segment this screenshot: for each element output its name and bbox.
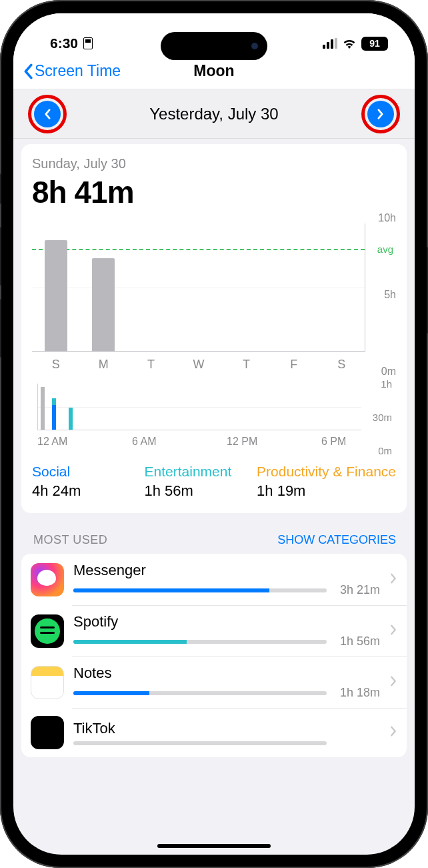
prev-day-button[interactable] xyxy=(34,101,61,127)
week-chart-ytick: 0m xyxy=(381,366,396,378)
hour-chart-bar[interactable] xyxy=(52,398,56,430)
hour-chart-xtick: 6 PM xyxy=(321,436,361,448)
chevron-right-icon xyxy=(389,624,397,638)
app-usage-bar xyxy=(73,588,327,592)
app-row[interactable]: Spotify1h 56m xyxy=(21,605,407,657)
most-used-app-list: Messenger3h 21mSpotify1h 56mNotes1h 18mT… xyxy=(21,554,407,757)
week-chart-xtick: F xyxy=(270,358,317,372)
app-icon xyxy=(31,666,64,699)
app-name: TikTok xyxy=(73,720,380,737)
hourly-usage-chart[interactable]: 12 AM6 AM12 PM6 PM 1h30m0m xyxy=(32,384,396,450)
summary-total: 8h 41m xyxy=(32,174,396,210)
app-icon xyxy=(31,614,64,648)
chevron-right-icon xyxy=(389,725,397,740)
most-used-label: MOST USED xyxy=(33,533,107,547)
week-chart-bar[interactable] xyxy=(92,258,115,352)
week-chart-ytick: 10h xyxy=(378,212,396,224)
show-categories-button[interactable]: SHOW CATEGORIES xyxy=(277,533,396,547)
week-chart-xtick: M xyxy=(79,358,127,372)
category-summary: Social4h 24mEntertainment1h 56mProductiv… xyxy=(32,464,396,500)
hour-chart-bar[interactable] xyxy=(41,387,45,430)
page-title: Moon xyxy=(193,62,234,80)
app-usage-bar xyxy=(73,741,327,745)
battery-indicator: 91 xyxy=(361,37,388,51)
app-time: 1h 56m xyxy=(337,634,380,648)
chevron-right-icon xyxy=(389,675,397,690)
chevron-right-icon xyxy=(389,572,397,587)
volume-up-button xyxy=(0,227,1,286)
week-chart-xtick: T xyxy=(223,358,270,372)
category-time: 4h 24m xyxy=(32,482,131,500)
hour-chart-bar[interactable] xyxy=(69,408,73,430)
dynamic-island xyxy=(161,32,267,60)
app-row[interactable]: TikTok xyxy=(21,708,407,757)
most-used-header: MOST USED SHOW CATEGORIES xyxy=(13,526,415,554)
app-icon xyxy=(31,716,64,749)
category-name: Productivity & Finance xyxy=(257,464,396,480)
app-time: 3h 21m xyxy=(337,583,380,597)
home-indicator[interactable] xyxy=(157,844,271,848)
annotation-highlight-prev xyxy=(28,95,67,133)
week-chart-xtick: S xyxy=(32,358,79,372)
screen: 6:30 91 Screen Time Moon xyxy=(13,13,415,855)
status-time: 6:30 xyxy=(50,35,78,51)
category-name: Social xyxy=(32,464,131,480)
back-button[interactable]: Screen Time xyxy=(23,62,121,80)
app-row[interactable]: Notes1h 18m xyxy=(21,657,407,708)
app-usage-bar xyxy=(73,640,327,644)
summary-date: Sunday, July 30 xyxy=(32,156,396,171)
app-usage-bar xyxy=(73,691,327,695)
date-selector: Yesterday, July 30 xyxy=(13,89,415,139)
chevron-left-icon xyxy=(23,63,33,79)
device-frame: 6:30 91 Screen Time Moon xyxy=(0,0,428,868)
app-row[interactable]: Messenger3h 21m xyxy=(21,554,407,605)
chevron-left-icon xyxy=(43,108,52,120)
chevron-right-icon xyxy=(376,108,385,120)
app-time: 1h 18m xyxy=(337,686,380,700)
hour-chart-xtick: 12 AM xyxy=(37,436,77,448)
volume-down-button xyxy=(0,299,1,358)
app-name: Messenger xyxy=(73,562,380,579)
back-label: Screen Time xyxy=(35,62,121,80)
next-day-button[interactable] xyxy=(367,101,394,127)
category-time: 1h 56m xyxy=(145,482,244,500)
week-usage-chart[interactable]: SMTWTFS 10h5h0mavg xyxy=(32,218,396,372)
wifi-icon xyxy=(343,39,356,49)
week-chart-xtick: W xyxy=(175,358,222,372)
category-name: Entertainment xyxy=(145,464,244,480)
week-chart-xtick: T xyxy=(127,358,175,372)
sim-icon xyxy=(83,37,93,49)
silent-switch xyxy=(0,173,1,204)
annotation-highlight-next xyxy=(361,95,400,133)
battery-percent: 91 xyxy=(369,38,380,49)
selected-date-label: Yesterday, July 30 xyxy=(149,105,278,123)
category-time: 1h 19m xyxy=(257,482,396,500)
hour-chart-ytick: 1h xyxy=(381,378,392,390)
week-chart-avg-label: avg xyxy=(377,244,393,255)
scroll-content[interactable]: Sunday, July 30 8h 41m SMTWTFS 10h5h0mav… xyxy=(13,139,415,855)
summary-card: Sunday, July 30 8h 41m SMTWTFS 10h5h0mav… xyxy=(21,144,407,513)
app-icon xyxy=(31,563,64,596)
category-item[interactable]: Social4h 24m xyxy=(32,464,131,500)
cellular-signal-icon xyxy=(323,38,337,49)
category-item[interactable]: Productivity & Finance1h 19m xyxy=(257,464,396,500)
app-name: Notes xyxy=(73,665,380,682)
app-name: Spotify xyxy=(73,613,380,630)
week-chart-bar[interactable] xyxy=(45,240,67,352)
hour-chart-ytick: 0m xyxy=(378,445,392,456)
week-chart-ytick: 5h xyxy=(384,289,396,301)
hour-chart-xtick: 6 AM xyxy=(132,436,172,448)
hour-chart-ytick: 30m xyxy=(373,412,392,423)
week-chart-xtick: S xyxy=(318,358,365,372)
hour-chart-xtick: 12 PM xyxy=(227,436,267,448)
category-item[interactable]: Entertainment1h 56m xyxy=(145,464,244,500)
